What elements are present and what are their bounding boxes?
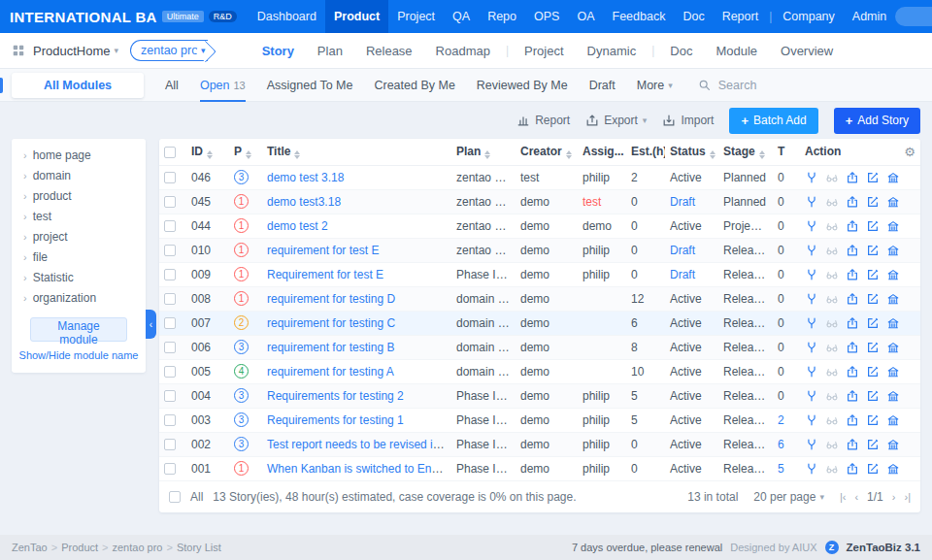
select-all-checkbox[interactable] [164, 147, 176, 158]
review-icon[interactable] [825, 195, 839, 209]
story-title-link[interactable]: demo test 3.18 [267, 171, 344, 184]
story-title-link[interactable]: demo test3.18 [267, 195, 341, 209]
copy-icon[interactable] [886, 316, 900, 330]
change-icon[interactable] [846, 195, 859, 209]
global-search-input[interactable] [895, 7, 932, 26]
story-title-link[interactable]: Requirement for test E [267, 268, 383, 281]
module-tree-item[interactable]: › Statistic [12, 267, 146, 287]
review-icon[interactable] [825, 365, 839, 379]
row-checkbox[interactable] [164, 390, 176, 402]
export-button[interactable]: Export ▾ [585, 114, 647, 127]
subdivide-icon[interactable] [805, 219, 818, 233]
review-icon[interactable] [825, 413, 839, 427]
module-tree-item[interactable]: › file [12, 247, 146, 267]
product-tab[interactable]: Module [704, 44, 769, 58]
row-checkbox[interactable] [164, 196, 176, 208]
story-title-link[interactable]: requirement for testing A [267, 365, 394, 379]
copy-icon[interactable] [886, 219, 900, 233]
subdivide-icon[interactable] [805, 413, 818, 427]
change-icon[interactable] [846, 171, 859, 184]
copy-icon[interactable] [886, 365, 900, 379]
change-icon[interactable] [846, 268, 859, 281]
col-stage[interactable]: Stage [718, 139, 773, 165]
review-icon[interactable] [825, 341, 839, 354]
review-icon[interactable] [825, 292, 839, 306]
product-tab[interactable]: Dynamic [576, 44, 649, 58]
story-title-link[interactable]: requirement for test E [267, 244, 379, 257]
review-icon[interactable] [825, 244, 839, 257]
subdivide-icon[interactable] [805, 268, 818, 281]
top-menu-item[interactable]: OA [568, 0, 603, 33]
filter-item[interactable]: Reviewed By Me [477, 69, 568, 102]
gear-icon[interactable]: ⚙ [904, 145, 915, 159]
sort-icon[interactable] [566, 150, 572, 159]
module-tree-item[interactable]: › test [12, 206, 146, 226]
story-title-link[interactable]: Requirements for testing 1 [267, 413, 404, 427]
copy-icon[interactable] [886, 462, 900, 476]
top-menu-item[interactable]: Doc [674, 0, 713, 33]
copy-icon[interactable] [886, 341, 900, 354]
row-checkbox[interactable] [164, 172, 176, 183]
story-title-link[interactable]: requirement for testing C [267, 316, 395, 330]
change-icon[interactable] [846, 438, 859, 451]
module-tree-item[interactable]: › domain [12, 165, 146, 185]
top-menu-item[interactable]: OPS [525, 0, 568, 33]
col-estimate[interactable]: Est.(h) [626, 139, 665, 165]
filter-item[interactable]: Created By Me [374, 69, 454, 102]
product-tab[interactable]: Overview [769, 44, 845, 58]
col-task-count[interactable]: T [773, 139, 800, 165]
product-tab[interactable]: Roadmap [424, 44, 502, 58]
current-product-dropdown[interactable]: zentao pro ▾ [130, 40, 208, 61]
change-icon[interactable] [846, 389, 859, 403]
row-checkbox[interactable] [164, 366, 176, 378]
subdivide-icon[interactable] [805, 171, 818, 184]
change-icon[interactable] [846, 316, 859, 330]
edit-icon[interactable] [866, 413, 880, 427]
product-tab[interactable]: Story [250, 44, 306, 58]
footer-select-all-checkbox[interactable] [169, 491, 181, 503]
subdivide-icon[interactable] [805, 389, 818, 403]
row-checkbox[interactable] [164, 463, 176, 475]
change-icon[interactable] [846, 365, 859, 379]
review-icon[interactable] [825, 268, 839, 281]
footer-all-label[interactable]: All [190, 490, 203, 504]
batch-add-button[interactable]: + Batch Add [729, 108, 817, 134]
top-menu-item[interactable]: Project [388, 0, 444, 33]
product-tab[interactable]: Release [354, 44, 424, 58]
copy-icon[interactable] [886, 438, 900, 451]
product-tab[interactable]: Project [513, 44, 575, 58]
first-page-button[interactable]: |‹ [840, 491, 847, 503]
subdivide-icon[interactable] [805, 195, 818, 209]
row-checkbox[interactable] [164, 293, 176, 305]
subdivide-icon[interactable] [805, 462, 818, 476]
sort-icon[interactable] [246, 150, 251, 159]
row-checkbox[interactable] [164, 245, 176, 256]
top-menu-item[interactable]: Admin [844, 0, 895, 33]
col-status[interactable]: Status [665, 139, 718, 165]
breadcrumb-product[interactable]: Product [61, 542, 98, 553]
subdivide-icon[interactable] [805, 438, 818, 451]
sort-icon[interactable] [484, 150, 490, 159]
sort-icon[interactable] [294, 150, 300, 159]
edit-icon[interactable] [866, 316, 880, 330]
col-assigned[interactable]: Assig... [578, 139, 626, 165]
change-icon[interactable] [846, 413, 859, 427]
edit-icon[interactable] [866, 438, 880, 451]
review-icon[interactable] [825, 438, 839, 451]
col-creator[interactable]: Creator [516, 139, 578, 165]
report-button[interactable]: Report [516, 114, 570, 127]
subdivide-icon[interactable] [805, 244, 818, 257]
row-checkbox[interactable] [164, 220, 176, 232]
subdivide-icon[interactable] [805, 292, 818, 306]
add-story-button[interactable]: + Add Story [834, 108, 920, 134]
top-menu-item[interactable]: Dashboard [249, 0, 325, 33]
copy-icon[interactable] [886, 195, 900, 209]
story-title-link[interactable]: Test report needs to be revised in Engli… [267, 438, 451, 451]
all-modules-button[interactable]: All Modules [12, 73, 144, 98]
product-home-dropdown[interactable]: ProductHome ▾ [33, 44, 118, 58]
subdivide-icon[interactable] [805, 316, 818, 330]
col-plan[interactable]: Plan [451, 139, 516, 165]
breadcrumb-zentao[interactable]: ZenTao [12, 542, 48, 553]
review-icon[interactable] [825, 389, 839, 403]
module-tree-item[interactable]: › product [12, 185, 146, 206]
